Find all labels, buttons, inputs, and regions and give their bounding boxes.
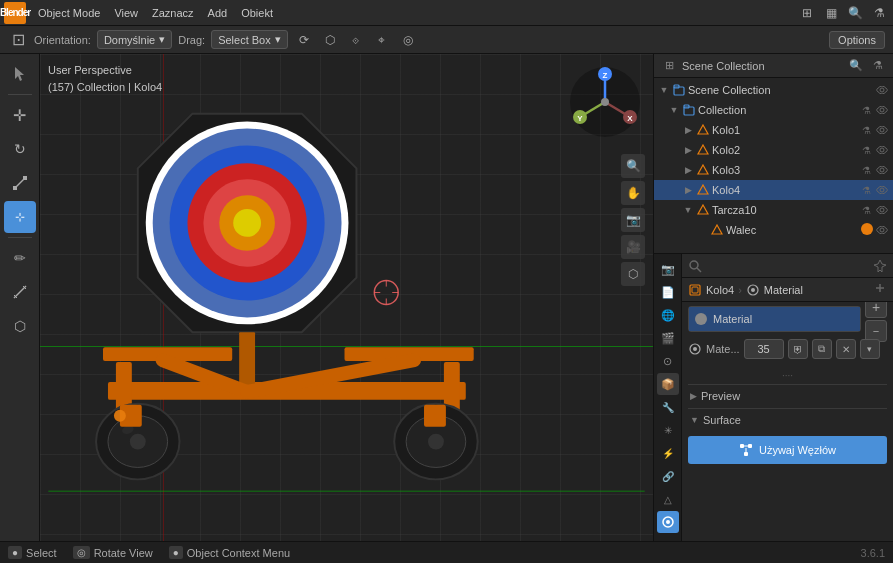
outliner-kolo2[interactable]: ▶ Kolo2 ⚗	[654, 140, 893, 160]
render-preview-icon[interactable]: 🎥	[621, 235, 645, 259]
kolo2-expand-icon: ▶	[682, 144, 694, 156]
annotate-tool[interactable]: ✏	[4, 242, 36, 274]
transform-icon1[interactable]: ⟳	[294, 30, 314, 50]
orientation-dropdown[interactable]: Domyślnie ▾	[97, 30, 172, 49]
props-tab-view-layer[interactable]: 🌐	[657, 304, 679, 326]
add-tool[interactable]: ⬡	[4, 310, 36, 342]
use-nodes-button[interactable]: Używaj Węzłów	[688, 436, 887, 464]
kolo2-visibility-icon[interactable]	[875, 143, 889, 157]
zoom-icon[interactable]: 🔍	[621, 154, 645, 178]
use-nodes-icon	[739, 443, 753, 457]
outliner-tarcza10[interactable]: ▼ Tarcza10 ⚗	[654, 200, 893, 220]
rotate-tool[interactable]: ↻	[4, 133, 36, 165]
filter-icon[interactable]: ⚗	[869, 3, 889, 23]
mode-icon[interactable]: ⊡	[8, 30, 28, 50]
workspace-icon[interactable]: ▦	[821, 3, 841, 23]
search-icon[interactable]: 🔍	[845, 3, 865, 23]
material-name: Material	[713, 313, 752, 325]
pin-btn-icon[interactable]	[873, 283, 887, 297]
svg-point-55	[880, 108, 884, 112]
snap-icon[interactable]: ⌖	[372, 30, 392, 50]
transform-icon3[interactable]: ⟐	[346, 30, 366, 50]
transform-icon2[interactable]: ⬡	[320, 30, 340, 50]
pan-icon[interactable]: ✋	[621, 181, 645, 205]
kolo1-visibility-icon[interactable]	[875, 123, 889, 137]
props-tab-render[interactable]: 📷	[657, 258, 679, 280]
kolo4-filter-icon[interactable]: ⚗	[859, 183, 873, 197]
svg-text:Y: Y	[577, 114, 583, 123]
select-tool[interactable]	[4, 58, 36, 90]
props-pin-icon[interactable]	[873, 259, 887, 273]
props-tab-object[interactable]: 📦	[657, 373, 679, 395]
material-list-item[interactable]: Material	[689, 307, 860, 331]
scale-tool[interactable]	[4, 167, 36, 199]
preview-section-header[interactable]: ▶ Preview	[688, 384, 887, 406]
outliner-kolo3[interactable]: ▶ Kolo3 ⚗	[654, 160, 893, 180]
measure-tool[interactable]	[4, 276, 36, 308]
viewport-shading-icon[interactable]: ⬡	[621, 262, 645, 286]
props-tab-modifier[interactable]: 🔧	[657, 396, 679, 418]
props-tab-physics[interactable]: ⚡	[657, 442, 679, 464]
top-right-icons: ⊞ ▦ 🔍 ⚗	[797, 3, 889, 23]
slot-extra-icon[interactable]: ▾	[860, 339, 880, 359]
camera-view-icon[interactable]: 📷	[621, 208, 645, 232]
outliner-content[interactable]: ▼ Scene Collection ▼	[654, 78, 893, 253]
kolo3-right-icons: ⚗	[859, 163, 889, 177]
kolo2-filter-icon[interactable]: ⚗	[859, 143, 873, 157]
props-tab-scene[interactable]: 🎬	[657, 327, 679, 349]
menu-view[interactable]: View	[108, 5, 144, 21]
viewport[interactable]: User Perspective (157) Collection | Kolo…	[40, 54, 653, 541]
breadcrumb-sep: ›	[738, 284, 742, 296]
props-tab-output[interactable]: 📄	[657, 281, 679, 303]
viewport-right-tools: 🔍 ✋ 📷 🎥 ⬡	[621, 154, 645, 286]
material-color-dot	[695, 313, 707, 325]
proportional-icon[interactable]: ◎	[398, 30, 418, 50]
slot-number[interactable]: 35	[744, 339, 784, 359]
kolo3-expand-icon: ▶	[682, 164, 694, 176]
collection-visibility-icon[interactable]	[875, 103, 889, 117]
props-tab-material[interactable]	[657, 511, 679, 533]
slot-delete-icon[interactable]: ✕	[836, 339, 856, 359]
transform-tool[interactable]: ⊹	[4, 201, 36, 233]
props-tab-particles[interactable]: ✳	[657, 419, 679, 441]
material-list[interactable]: Material	[688, 306, 861, 332]
props-tab-constraints[interactable]: 🔗	[657, 465, 679, 487]
outliner-collection[interactable]: ▼ Collection ⚗	[654, 100, 893, 120]
walec-visibility-icon[interactable]	[875, 223, 889, 237]
drag-dropdown[interactable]: Select Box ▾	[211, 30, 288, 49]
menu-add[interactable]: Add	[202, 5, 234, 21]
kolo3-visibility-icon[interactable]	[875, 163, 889, 177]
props-tab-world[interactable]: ⊙	[657, 350, 679, 372]
props-tab-data[interactable]: △	[657, 488, 679, 510]
use-nodes-label: Używaj Węzłów	[759, 444, 836, 456]
editor-type-icon[interactable]: ⊞	[797, 3, 817, 23]
outliner-scene-collection[interactable]: ▼ Scene Collection	[654, 80, 893, 100]
svg-text:X: X	[627, 114, 633, 123]
surface-section-header[interactable]: ▼ Surface	[688, 408, 887, 430]
kolo3-mesh-icon	[696, 163, 710, 177]
menu-zaznacz[interactable]: Zaznacz	[146, 5, 200, 21]
outliner-walec[interactable]: ▶ Walec	[654, 220, 893, 240]
outliner-kolo1[interactable]: ▶ Kolo1 ⚗	[654, 120, 893, 140]
menu-obiekt[interactable]: Obiekt	[235, 5, 279, 21]
menu-object-mode[interactable]: Object Mode	[32, 5, 106, 21]
material-add-button[interactable]: +	[865, 302, 887, 318]
outliner-kolo4[interactable]: ▶ Kolo4 ⚗	[654, 180, 893, 200]
slot-shield-icon[interactable]: ⛨	[788, 339, 808, 359]
kolo4-visibility-icon[interactable]	[875, 183, 889, 197]
slot-copy-icon[interactable]: ⧉	[812, 339, 832, 359]
options-button[interactable]: Options	[829, 31, 885, 49]
tarcza10-filter-icon[interactable]: ⚗	[859, 203, 873, 217]
outliner-type-icon[interactable]: ⊞	[660, 57, 678, 75]
svg-rect-2	[23, 176, 27, 180]
nav-gizmo[interactable]: Z Y X	[565, 62, 645, 142]
outliner-filter-icon[interactable]: ⚗	[869, 57, 887, 75]
tarcza10-visibility-icon[interactable]	[875, 203, 889, 217]
move-tool[interactable]: ✛	[4, 99, 36, 131]
collection-filter-icon[interactable]: ⚗	[859, 103, 873, 117]
kolo1-filter-icon[interactable]: ⚗	[859, 123, 873, 137]
outliner-search-icon[interactable]: 🔍	[847, 57, 865, 75]
kolo3-filter-icon[interactable]: ⚗	[859, 163, 873, 177]
scene-collection-visibility-icon[interactable]	[875, 83, 889, 97]
kolo4-right-icons: ⚗	[859, 183, 889, 197]
